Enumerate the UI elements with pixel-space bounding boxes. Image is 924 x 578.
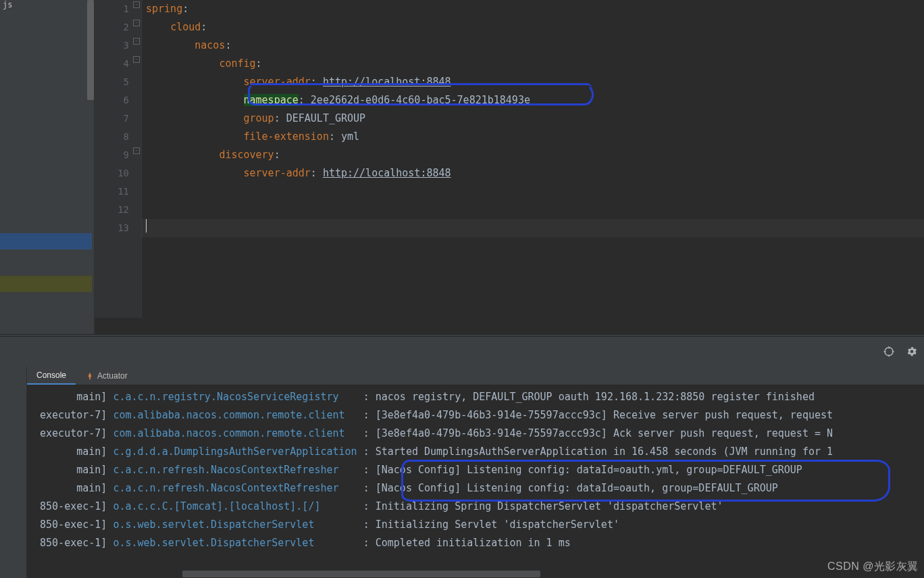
line-number[interactable]: 9 [95, 146, 129, 164]
caret [146, 219, 147, 233]
server-addr-url[interactable]: http://localhost:8848 [323, 76, 451, 88]
log-line[interactable]: main] c.g.d.d.a.DumplingsAuthServerAppli… [34, 443, 917, 461]
code-line[interactable] [146, 201, 924, 219]
line-number[interactable]: 7 [95, 110, 129, 128]
log-line[interactable]: 850-exec-1] o.s.web.servlet.DispatcherSe… [34, 534, 917, 552]
line-number[interactable]: 6 [95, 91, 129, 110]
tab-actuator-label: Actuator [97, 371, 128, 381]
line-number[interactable]: 3 [95, 37, 129, 55]
sidebar-item-label[interactable]: js [0, 0, 94, 16]
code-line[interactable]: config: [146, 55, 924, 73]
actuator-icon [85, 371, 95, 381]
log-line[interactable]: main] c.a.c.n.refresh.NacosContextRefres… [34, 461, 917, 479]
code-line[interactable]: discovery: [146, 146, 924, 164]
log-line[interactable]: executor-7] com.alibaba.nacos.common.rem… [34, 425, 917, 443]
code-line[interactable] [146, 183, 924, 201]
code-line[interactable]: server-addr: http://localhost:8848 [146, 73, 924, 91]
tab-actuator[interactable]: Actuator [76, 366, 137, 385]
line-number[interactable]: 4 [95, 55, 129, 73]
fold-toggle-icon[interactable]: - [133, 1, 140, 8]
line-number-gutter[interactable]: 1 2 3 4 5 6 7 8 9 10 11 12 13 - - - - - [95, 0, 142, 318]
server-addr-url[interactable]: http://localhost:8848 [323, 167, 451, 179]
sidebar-highlight[interactable] [0, 276, 92, 292]
gear-icon[interactable] [905, 345, 919, 358]
fold-toggle-icon[interactable]: - [133, 56, 140, 63]
tool-window-header [0, 337, 924, 366]
code-line[interactable]: nacos: [146, 37, 924, 55]
watermark: CSDN @光影灰翼 [827, 560, 919, 574]
code-line[interactable] [146, 219, 924, 237]
code-line[interactable]: spring: [146, 0, 924, 18]
line-number[interactable]: 2 [95, 18, 129, 37]
tool-window-left-toolbar[interactable] [0, 366, 27, 578]
fold-toggle-icon[interactable]: - [133, 20, 140, 26]
line-number[interactable]: 11 [95, 183, 129, 201]
tab-console[interactable]: Console [27, 366, 76, 385]
run-toolwindow-tabs: Console Actuator [27, 366, 924, 385]
log-line[interactable]: executor-7] com.alibaba.nacos.common.rem… [34, 406, 917, 425]
sidebar-selection[interactable] [0, 233, 92, 249]
crosshair-icon[interactable] [882, 345, 896, 358]
code-editor[interactable]: 1 2 3 4 5 6 7 8 9 10 11 12 13 - - - - - … [95, 0, 924, 318]
svg-point-0 [885, 347, 893, 356]
code-line[interactable]: namespace: 2ee2662d-e0d6-4c60-bac5-7e821… [146, 91, 924, 110]
log-line[interactable]: 850-exec-1] o.s.web.servlet.DispatcherSe… [34, 516, 917, 534]
line-number[interactable]: 8 [95, 128, 129, 146]
line-number[interactable]: 1 [95, 0, 129, 18]
code-line[interactable]: group: DEFAULT_GROUP [146, 110, 924, 128]
code-area[interactable]: spring: cloud: nacos: config: server-add… [142, 0, 924, 318]
console-output[interactable]: main] c.a.c.n.registry.NacosServiceRegis… [27, 385, 924, 578]
line-number[interactable]: 12 [95, 201, 129, 219]
log-line[interactable]: main] c.a.c.n.registry.NacosServiceRegis… [34, 388, 917, 406]
line-number[interactable]: 13 [95, 219, 129, 237]
fold-toggle-icon[interactable]: - [133, 38, 140, 45]
code-line[interactable]: cloud: [146, 18, 924, 37]
line-number[interactable]: 5 [95, 73, 129, 91]
code-line[interactable]: file-extension: yml [146, 128, 924, 146]
sidebar-scrollbar[interactable] [87, 0, 94, 100]
line-number[interactable]: 10 [95, 164, 129, 183]
namespace-value: 2ee2662d-e0d6-4c60-bac5-7e821b18493e [311, 94, 530, 106]
fold-toggle-icon[interactable]: - [133, 147, 140, 154]
code-line[interactable]: server-addr: http://localhost:8848 [146, 164, 924, 183]
log-line[interactable]: 850-exec-1] o.a.c.c.C.[Tomcat].[localhos… [34, 498, 917, 516]
project-sidebar[interactable]: js [0, 0, 95, 334]
console-horizontal-scrollbar[interactable] [182, 571, 540, 577]
log-line[interactable]: main] c.a.c.n.refresh.NacosContextRefres… [34, 479, 917, 498]
